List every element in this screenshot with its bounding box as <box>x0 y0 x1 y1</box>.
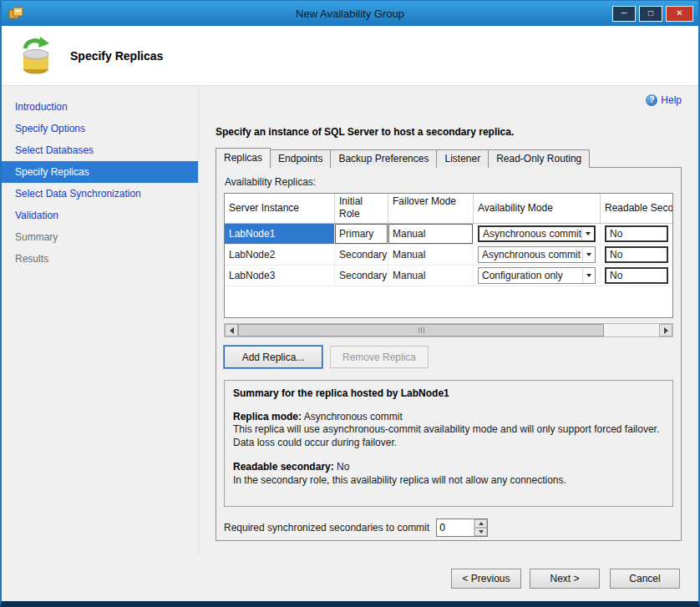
scroll-right-icon[interactable] <box>659 324 672 336</box>
table-row[interactable]: LabNode1 Primary Manual Asynchronous com… <box>225 224 672 245</box>
cell-failover-mode[interactable]: Manual <box>388 245 474 265</box>
remove-replica-button: Remove Replica <box>330 346 429 368</box>
table-header-row: Server Instance Initial Role Failover Mo… <box>225 194 672 224</box>
cell-readable-secondary: No <box>601 245 672 265</box>
cell-server-instance[interactable]: LabNode3 <box>225 266 335 286</box>
column-header-server-instance[interactable]: Server Instance <box>225 194 335 223</box>
step-validation[interactable]: Validation <box>2 205 198 226</box>
readable-secondary-label: Readable secondary: <box>233 461 334 473</box>
cell-initial-role[interactable]: Secondary <box>335 245 388 265</box>
main-content: ? Help Specify an instance of SQL Server… <box>199 86 698 556</box>
step-specify-replicas[interactable]: Specify Replicas <box>2 161 198 183</box>
cell-readable-secondary: No <box>601 266 672 286</box>
title-bar[interactable]: New Availability Group ─ □ ✕ <box>2 1 698 26</box>
tab-backup-preferences[interactable]: Backup Preferences <box>330 149 437 168</box>
dropdown-value: Configuration only <box>482 270 563 281</box>
chevron-down-icon <box>581 227 594 240</box>
dropdown-value: No <box>610 270 622 281</box>
replica-summary-box: Summary for the replica hosted by LabNod… <box>224 380 673 507</box>
readable-secondary-dropdown[interactable]: No <box>605 246 668 263</box>
cell-readable-secondary: No <box>601 224 672 244</box>
dropdown-value: No <box>610 249 622 261</box>
wizard-footer: < Previous Next > Cancel <box>2 556 698 601</box>
table-row[interactable]: LabNode3 Secondary Manual Configuration … <box>225 266 672 286</box>
maximize-button[interactable]: □ <box>639 6 662 22</box>
page-title: Specify Replicas <box>70 49 163 63</box>
step-results: Results <box>2 248 198 270</box>
required-secondaries-label: Required synchronized secondaries to com… <box>224 522 429 534</box>
table-row[interactable]: LabNode2 Secondary Manual Asynchronous c… <box>225 245 672 266</box>
wizard-body: Introduction Specify Options Select Data… <box>2 86 698 556</box>
availability-group-icon <box>15 35 57 77</box>
cell-server-instance[interactable]: LabNode2 <box>225 245 335 265</box>
scroll-left-icon[interactable] <box>225 324 238 336</box>
readable-secondary-line: Readable secondary: No <box>233 461 664 474</box>
column-header-initial-role[interactable]: Initial Role <box>335 194 388 223</box>
cell-server-instance[interactable]: LabNode1 <box>225 224 335 244</box>
replica-mode-line: Replica mode: Asynchronous commit <box>233 411 664 424</box>
tab-replicas[interactable]: Replicas <box>216 148 271 168</box>
replicas-tab-panel: Availability Replicas: Server Instance I… <box>216 167 682 541</box>
cell-failover-mode[interactable]: Manual <box>388 224 474 244</box>
step-summary: Summary <box>2 226 198 248</box>
dropdown-value: Asynchronous commit <box>482 249 581 261</box>
readable-secondary-dropdown[interactable]: No <box>605 267 668 284</box>
availability-mode-dropdown[interactable]: Asynchronous commit <box>478 246 596 263</box>
next-button[interactable]: Next > <box>530 569 600 589</box>
step-select-databases[interactable]: Select Databases <box>2 139 198 161</box>
column-header-readable-secondary[interactable]: Readable Secondary <box>601 194 672 223</box>
replica-mode-description: This replica will use asynchronous-commi… <box>233 423 664 449</box>
replica-mode-label: Replica mode: <box>233 411 302 422</box>
availability-replicas-label: Availability Replicas: <box>225 176 673 188</box>
column-header-availability-mode[interactable]: Availability Mode <box>474 194 601 223</box>
cancel-button[interactable]: Cancel <box>610 569 680 589</box>
readable-secondary-dropdown[interactable]: No <box>605 225 668 242</box>
window-title: New Availability Group <box>2 8 698 20</box>
readable-secondary-value: No <box>334 461 350 473</box>
wizard-header: Specify Replicas <box>2 26 698 86</box>
availability-mode-dropdown[interactable]: Configuration only <box>478 267 596 284</box>
window-icon <box>8 7 23 20</box>
close-button[interactable]: ✕ <box>666 6 693 22</box>
cell-initial-role[interactable]: Secondary <box>335 266 388 286</box>
column-header-failover-mode[interactable]: Failover Mode <box>388 194 474 223</box>
tab-listener[interactable]: Listener <box>436 149 489 168</box>
spinner-down-icon[interactable] <box>474 528 487 536</box>
step-select-data-synchronization[interactable]: Select Data Synchronization <box>2 183 198 205</box>
help-link[interactable]: Help <box>661 94 682 106</box>
chevron-down-icon <box>582 247 595 262</box>
horizontal-scrollbar[interactable] <box>224 323 673 337</box>
dropdown-value: No <box>610 228 622 240</box>
previous-button[interactable]: < Previous <box>451 569 521 589</box>
add-replica-button[interactable]: Add Replica... <box>224 346 322 368</box>
cell-availability-mode: Asynchronous commit <box>474 224 601 244</box>
tab-read-only-routing[interactable]: Read-Only Routing <box>488 149 590 168</box>
step-specify-options[interactable]: Specify Options <box>2 118 198 139</box>
instruction-text: Specify an instance of SQL Server to hos… <box>216 126 682 138</box>
availability-mode-dropdown[interactable]: Asynchronous commit <box>478 225 596 242</box>
help-icon: ? <box>646 94 657 106</box>
tab-strip: Replicas Endpoints Backup Preferences Li… <box>216 149 682 168</box>
scrollbar-thumb[interactable] <box>238 324 604 336</box>
wizard-steps-sidebar: Introduction Specify Options Select Data… <box>2 86 199 556</box>
required-secondaries-input[interactable] <box>437 519 474 536</box>
summary-title: Summary for the replica hosted by LabNod… <box>233 387 664 401</box>
scrollbar-track[interactable] <box>238 324 659 336</box>
wizard-window: New Availability Group ─ □ ✕ Specify Rep… <box>0 0 700 607</box>
minimize-button[interactable]: ─ <box>612 6 636 22</box>
cell-initial-role[interactable]: Primary <box>335 224 388 244</box>
cell-availability-mode: Asynchronous commit <box>474 245 601 265</box>
cell-failover-mode[interactable]: Manual <box>388 266 474 286</box>
replica-mode-value: Asynchronous commit <box>302 411 403 422</box>
required-secondaries-spinner <box>436 518 488 537</box>
spinner-up-icon[interactable] <box>474 519 487 528</box>
dropdown-value: Asynchronous commit <box>483 228 581 240</box>
step-introduction[interactable]: Introduction <box>2 96 198 118</box>
cell-availability-mode: Configuration only <box>474 266 601 286</box>
availability-replicas-table: Server Instance Initial Role Failover Mo… <box>224 193 673 318</box>
tab-endpoints[interactable]: Endpoints <box>270 149 331 168</box>
readable-secondary-description: In the secondary role, this availability… <box>233 474 664 488</box>
chevron-down-icon <box>582 268 595 283</box>
